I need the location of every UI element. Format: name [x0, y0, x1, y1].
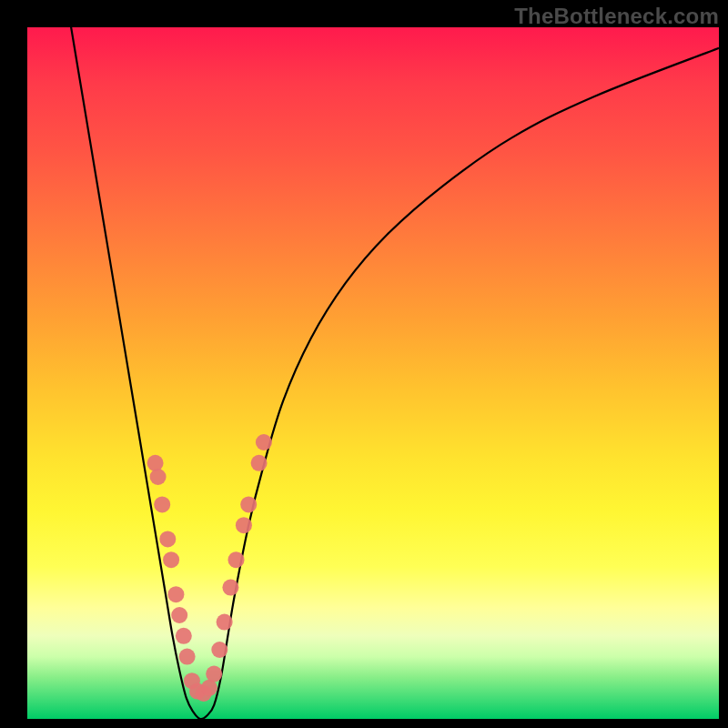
curve-marker	[150, 469, 167, 485]
curve-marker	[179, 649, 196, 665]
curve-marker	[222, 580, 238, 596]
curve-layer	[27, 27, 719, 719]
curve-marker	[217, 614, 233, 631]
attribution-text: TheBottleneck.com	[514, 4, 719, 29]
curve-marker	[176, 628, 192, 644]
curve-marker	[171, 607, 187, 623]
curve-marker	[256, 434, 272, 450]
curve-marker	[251, 455, 268, 471]
curve-marker	[236, 517, 252, 533]
curve-marker	[147, 455, 164, 471]
curve-marker	[206, 666, 222, 682]
curve-marker	[159, 531, 176, 547]
bottleneck-curve-path	[69, 27, 719, 719]
curve-marker	[163, 551, 179, 568]
curve-marker	[154, 496, 170, 512]
curve-marker	[211, 642, 228, 658]
curve-marker	[240, 496, 257, 512]
curve-marker	[228, 551, 245, 568]
curve-marker	[167, 586, 184, 602]
chart-frame: TheBottleneck.com	[0, 0, 728, 728]
plot-area	[27, 27, 719, 719]
curve-markers	[147, 434, 272, 702]
